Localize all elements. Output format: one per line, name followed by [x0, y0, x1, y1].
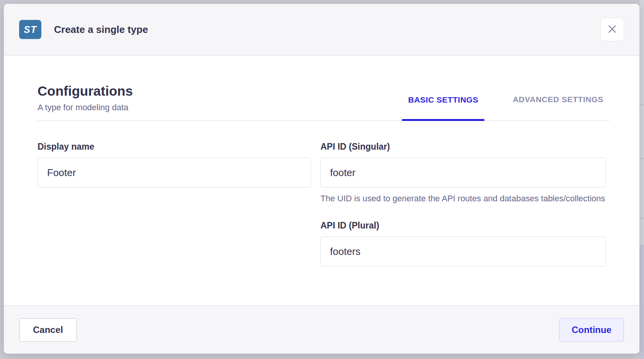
backdrop-row-divider [639, 218, 644, 219]
modal-header: ST Create a single type [4, 4, 639, 56]
create-single-type-modal: ST Create a single type Configurations A… [4, 4, 639, 354]
configurations-heading: Configurations [38, 83, 133, 99]
badge-label: ST [24, 24, 37, 35]
api-id-singular-input[interactable] [320, 158, 606, 188]
backdrop-row-divider [639, 158, 644, 159]
display-name-label: Display name [38, 142, 311, 152]
display-name-input[interactable] [38, 158, 311, 188]
continue-button[interactable]: Continue [559, 318, 624, 342]
backdrop-panel [639, 245, 644, 359]
display-name-field-group: Display name [38, 142, 311, 188]
api-id-singular-field-group: API ID (Singular) The UID is used to gen… [320, 142, 606, 204]
form-right-column: API ID (Singular) The UID is used to gen… [320, 142, 606, 266]
close-button[interactable] [600, 18, 624, 41]
modal-footer: Cancel Continue [4, 305, 639, 354]
form-left-column: Display name [38, 142, 311, 266]
tab-basic-settings[interactable]: BASIC SETTINGS [402, 95, 484, 121]
api-id-singular-label: API ID (Singular) [320, 142, 606, 152]
configurations-header-row: Configurations A type for modeling data … [38, 83, 610, 121]
modal-body: Configurations A type for modeling data … [4, 56, 639, 305]
tab-advanced-settings[interactable]: ADVANCED SETTINGS [507, 95, 610, 120]
backdrop-row-divider [639, 104, 644, 105]
cancel-button[interactable]: Cancel [19, 318, 77, 342]
page-backdrop-content-strip [639, 0, 644, 359]
configurations-subheading: A type for modeling data [38, 103, 133, 113]
settings-tabs: BASIC SETTINGS ADVANCED SETTINGS [402, 95, 610, 120]
configurations-form: Display name API ID (Singular) The UID i… [38, 142, 610, 266]
configurations-heading-block: Configurations A type for modeling data [38, 83, 133, 120]
api-id-singular-hint: The UID is used to generate the API rout… [320, 193, 606, 204]
close-icon [607, 24, 618, 36]
single-type-badge-icon: ST [19, 20, 41, 39]
api-id-plural-field-group: API ID (Plural) [320, 220, 606, 266]
modal-title: Create a single type [54, 24, 148, 36]
api-id-plural-input[interactable] [320, 237, 606, 266]
api-id-plural-label: API ID (Plural) [320, 220, 606, 231]
